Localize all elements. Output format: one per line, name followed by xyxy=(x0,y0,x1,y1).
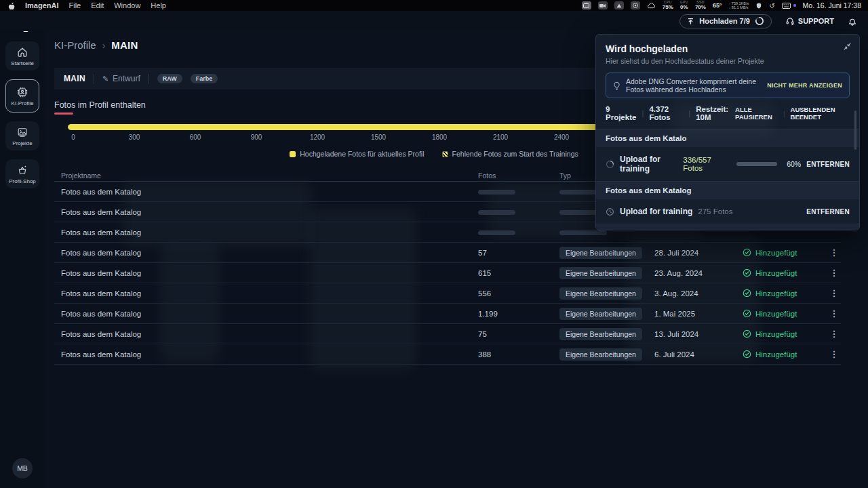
table-row[interactable]: Fotos aus dem Katalog 75 Eigene Bearbeit… xyxy=(54,324,841,344)
headset-icon xyxy=(785,16,795,26)
pause-all-button[interactable]: ALLE PAUSIEREN xyxy=(735,106,778,121)
project-name: Fotos aus dem Katalog xyxy=(54,228,478,237)
column-projektname[interactable]: Projektname xyxy=(54,171,478,180)
kebab-menu-icon[interactable]: ⋮ xyxy=(827,288,841,298)
project-name: Fotos aus dem Katalog xyxy=(54,249,478,257)
sidebar: imagen Startseite KI-Profile Projekte Pr… xyxy=(0,11,45,488)
date-added: 1. Mai 2025 xyxy=(654,310,743,318)
collapse-panel-icon[interactable] xyxy=(844,43,851,50)
type-badge: Eigene Bearbeitungen xyxy=(559,308,642,320)
sidebar-item-profil-shop[interactable]: Profil-Shop xyxy=(5,159,39,188)
photo-count: 388 xyxy=(478,350,559,359)
cpu-stat[interactable]: CPU75% xyxy=(663,1,673,10)
status-added: Hinzugefügt xyxy=(743,289,827,298)
menu-file[interactable]: File xyxy=(69,1,81,9)
kebab-menu-icon[interactable]: ⋮ xyxy=(827,308,841,319)
user-avatar[interactable]: MB xyxy=(12,458,33,479)
date-added: 13. Juli 2024 xyxy=(654,330,743,338)
panel-scrollbar[interactable] xyxy=(854,110,856,150)
remove-upload-button[interactable]: ENTFERNEN xyxy=(806,208,850,216)
screen-capture-icon[interactable] xyxy=(582,1,591,9)
photo-count: 615 xyxy=(478,269,559,277)
task-label: Upload for training xyxy=(620,155,677,174)
table-row[interactable]: Fotos aus dem Katalog 388 Eigene Bearbei… xyxy=(54,344,841,365)
breadcrumb-parent[interactable]: KI-Profile xyxy=(54,39,96,51)
tip-dismiss-button[interactable]: NICHT MEHR ANZEIGEN xyxy=(767,82,842,89)
tab-entwurf[interactable]: ✎ Entwurf xyxy=(102,74,140,83)
project-name: Fotos aus dem Katalog xyxy=(54,330,478,338)
status-added: Hinzugefügt xyxy=(743,329,827,338)
notifications-bell-icon[interactable] xyxy=(848,16,857,26)
panel-subtitle: Hier siehst du den Hochladestatus deiner… xyxy=(606,57,850,65)
temperature-stat[interactable]: 65° xyxy=(713,2,722,9)
gpu-stat[interactable]: GPU0% xyxy=(680,1,688,10)
type-badge: Eigene Bearbeitungen xyxy=(559,287,642,300)
project-name: Fotos aus dem Katalog xyxy=(54,289,478,298)
task-label: Upload for training xyxy=(620,207,692,216)
apple-logo-icon[interactable] xyxy=(7,1,15,10)
type-badge: Eigene Bearbeitungen xyxy=(559,328,642,340)
type-badge: Eigene Bearbeitungen xyxy=(559,348,642,361)
menu-help[interactable]: Help xyxy=(151,1,166,9)
kebab-menu-icon[interactable]: ⋮ xyxy=(827,268,841,278)
sidebar-item-projekte[interactable]: Projekte xyxy=(5,121,39,150)
project-name: Fotos aus dem Katalog xyxy=(54,188,478,196)
menubar-clock[interactable]: Mo. 16. Juni 17:38 xyxy=(803,1,861,9)
sidebar-item-startseite[interactable]: Startseite xyxy=(5,41,39,70)
status-added: Hinzugefügt xyxy=(743,309,827,318)
shield-icon[interactable] xyxy=(755,2,762,9)
panel-stats-row: 9 Projekte | 4.372 Fotos | Restzeit: 10M… xyxy=(606,105,850,121)
pencil-icon: ✎ xyxy=(102,75,108,83)
kebab-menu-icon[interactable]: ⋮ xyxy=(827,349,841,359)
menu-edit[interactable]: Edit xyxy=(91,1,104,9)
projects-count: 9 Projekte xyxy=(606,105,636,121)
date-added: 23. Aug. 2024 xyxy=(654,269,743,277)
upload-progress-fill xyxy=(736,162,761,166)
table-row[interactable]: Fotos aus dem Katalog 556 Eigene Bearbei… xyxy=(54,283,841,304)
video-camera-icon[interactable] xyxy=(598,1,608,9)
upload-group-header: Fotos aus dem Katalog xyxy=(596,181,859,199)
skeleton-placeholder xyxy=(478,230,515,235)
kebab-menu-icon[interactable]: ⋮ xyxy=(827,247,841,258)
check-circle-icon xyxy=(743,350,751,359)
table-row[interactable]: Fotos aus dem Katalog 57 Eigene Bearbeit… xyxy=(54,243,841,263)
type-badge: Eigene Bearbeitungen xyxy=(559,267,642,279)
upload-percent: 60% xyxy=(787,160,801,168)
table-row[interactable]: Fotos aus dem Katalog 1.199 Eigene Bearb… xyxy=(54,304,841,324)
keyboard-input-icon[interactable] xyxy=(782,3,791,9)
status-added: Hinzugefügt xyxy=(743,248,827,257)
date-added: 28. Juli 2024 xyxy=(654,249,743,257)
photo-count: 1.199 xyxy=(478,310,559,318)
legend-swatch-solid xyxy=(290,151,296,157)
sidebar-item-label: Projekte xyxy=(12,140,32,146)
hide-finished-button[interactable]: AUSBLENDEN BEENDET xyxy=(791,106,850,121)
triangle-app-icon[interactable] xyxy=(614,1,624,9)
check-circle-icon xyxy=(743,329,751,338)
badge-raw: RAW xyxy=(157,74,182,83)
menubar-app-name[interactable]: ImagenAI xyxy=(25,1,59,9)
history-icon[interactable]: ↺ xyxy=(769,2,774,9)
table-row[interactable]: Fotos aus dem Katalog 615 Eigene Bearbei… xyxy=(54,263,841,283)
date-added: 3. Aug. 2024 xyxy=(654,289,743,298)
menu-window[interactable]: Window xyxy=(114,1,140,9)
input-language-dot xyxy=(793,4,796,7)
shop-basket-icon xyxy=(16,164,28,176)
network-stat[interactable]: ↑ 759.1KB/s ↓ 81.1 MB/s xyxy=(729,1,749,10)
kebab-menu-icon[interactable]: ⋮ xyxy=(827,329,841,339)
tip-text: Adobe DNG Converter komprimiert deine Fo… xyxy=(626,77,762,94)
support-button[interactable]: SUPPORT xyxy=(785,16,834,26)
queued-clock-icon xyxy=(606,207,614,216)
upload-count: 275 Fotos xyxy=(698,207,732,216)
sidebar-item-label: Profil-Shop xyxy=(9,178,36,184)
photos-count: 4.372 Fotos xyxy=(649,105,683,121)
time-left: Restzeit: 10M xyxy=(696,105,735,121)
column-fotos[interactable]: Fotos xyxy=(478,171,559,180)
remove-upload-button[interactable]: ENTFERNEN xyxy=(806,161,850,168)
sidebar-item-ki-profile[interactable]: KI-Profile xyxy=(5,79,39,113)
ssd-stat[interactable]: SSD70% xyxy=(695,1,706,10)
round-app-icon[interactable] xyxy=(631,1,640,9)
cloud-status-icon[interactable] xyxy=(647,2,656,9)
spinner-icon xyxy=(606,160,614,169)
tab-main[interactable]: MAIN xyxy=(64,74,85,83)
upload-status-button[interactable]: Hochladen 7/9 xyxy=(679,14,772,28)
